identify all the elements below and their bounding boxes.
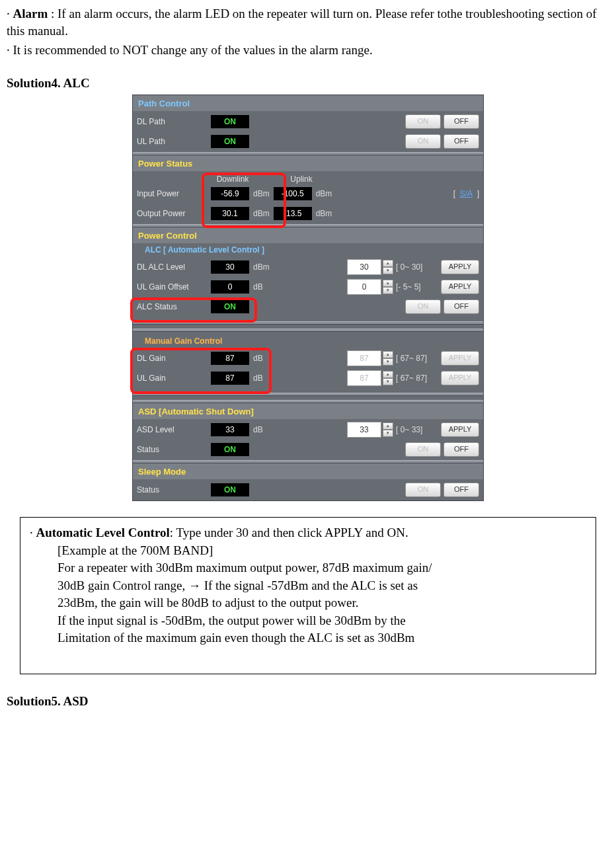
- alc-box-line6: Limitation of the maximum gain even thou…: [58, 629, 586, 647]
- ul-offset-apply-button[interactable]: APPLY: [441, 280, 479, 294]
- alc-box-line3: 30dB gain Control range, → If the signal…: [58, 577, 586, 595]
- alc-explanation-box: · Automatic Level Control: Type under 30…: [20, 517, 596, 674]
- dl-alc-label: DL ALC Level: [137, 262, 210, 272]
- dl-path-value: ON: [211, 115, 249, 128]
- asd-status-label: Status: [137, 445, 210, 454]
- ul-gain-row: UL Gain 87 dB ▴▾ [ 67~ 87] APPLY: [133, 368, 483, 388]
- ul-path-row: UL Path ON ON OFF: [133, 132, 483, 151]
- asd-level-row: ASD Level 33 dB ▴▾ [ 0~ 33] APPLY: [133, 420, 483, 440]
- dl-path-off-button[interactable]: OFF: [443, 114, 479, 129]
- alc-lead-bold: Automatic Level Control: [36, 526, 170, 539]
- asd-level-value: 33: [211, 423, 249, 436]
- dl-alc-spinner[interactable]: ▴▾: [383, 260, 393, 274]
- power-status-columns: Downlink Uplink: [133, 172, 483, 184]
- control-panel: Path Control DL Path ON ON OFF UL Path O…: [132, 95, 484, 501]
- asd-off-button[interactable]: OFF: [443, 442, 479, 457]
- alc-status-value: ON: [211, 300, 249, 313]
- dl-gain-input[interactable]: [347, 350, 381, 366]
- alc-box-line5: If the input signal is -50dBm, the outpu…: [58, 612, 586, 630]
- ul-gain-range: [ 67~ 87]: [396, 374, 438, 383]
- asd-level-spinner[interactable]: ▴▾: [383, 422, 393, 437]
- ul-offset-range: [- 5~ 5]: [396, 282, 438, 292]
- dl-path-on-button[interactable]: ON: [405, 114, 441, 129]
- asd-header: ASD [Automatic Shut Down]: [133, 403, 483, 419]
- ul-path-off-button[interactable]: OFF: [443, 134, 479, 149]
- output-power-ul: -13.5: [274, 207, 312, 220]
- dl-gain-row: DL Gain 87 dB ▴▾ [ 67~ 87] APPLY: [133, 348, 483, 368]
- ul-gain-input[interactable]: [347, 370, 381, 386]
- dl-gain-range: [ 67~ 87]: [396, 354, 438, 363]
- dl-gain-label: DL Gain: [137, 354, 210, 363]
- ul-path-value: ON: [211, 135, 249, 148]
- alc-lead-rest: : Type under 30 and then click APPLY and…: [170, 526, 408, 539]
- dl-gain-spinner[interactable]: ▴▾: [383, 351, 393, 366]
- input-power-ul: -100.5: [274, 187, 312, 200]
- output-power-dl: 30.1: [211, 207, 249, 220]
- sleep-mode-header: Sleep Mode: [133, 463, 483, 479]
- dl-gain-apply-button[interactable]: APPLY: [441, 351, 479, 366]
- col-downlink: Downlink: [210, 175, 256, 184]
- dl-alc-row: DL ALC Level 30 dBm ▴▾ [ 0~ 30] APPLY: [133, 257, 483, 277]
- output-power-label: Output Power: [137, 209, 210, 218]
- col-uplink: Uplink: [278, 175, 325, 184]
- solution5-heading: Solution5. ASD: [7, 694, 609, 709]
- ul-gain-label: UL Gain: [137, 374, 210, 383]
- alc-status-label: ALC Status: [137, 302, 210, 311]
- ul-offset-input[interactable]: [347, 279, 381, 295]
- ul-path-on-button[interactable]: ON: [405, 134, 441, 149]
- asd-level-input[interactable]: [347, 422, 381, 438]
- alarm-label: Alarm: [13, 7, 48, 20]
- asd-apply-button[interactable]: APPLY: [441, 422, 479, 437]
- alc-box-line4: 23dBm, the gain will be 80dB to adjust t…: [58, 594, 586, 612]
- asd-status-value: ON: [211, 443, 249, 456]
- input-power-row: Input Power -56.9 dBm -100.5 dBm [ S/A ]: [133, 184, 483, 204]
- power-status-header: Power Status: [133, 155, 483, 171]
- ul-offset-row: UL Gain Offset 0 dB ▴▾ [- 5~ 5] APPLY: [133, 277, 483, 297]
- output-power-row: Output Power 30.1 dBm -13.5 dBm: [133, 204, 483, 223]
- dl-path-label: DL Path: [137, 117, 210, 126]
- manual-gain-header: Manual Gain Control: [133, 333, 483, 348]
- alc-box-line1: [Example at the 700M BAND]: [58, 542, 586, 560]
- ui-screenshot: Path Control DL Path ON ON OFF UL Path O…: [7, 95, 609, 501]
- path-control-header: Path Control: [133, 95, 483, 111]
- intro-line-2: · It is recommended to NOT change any of…: [7, 42, 609, 59]
- dl-alc-apply-button[interactable]: APPLY: [441, 260, 479, 274]
- input-power-label: Input Power: [137, 189, 210, 198]
- asd-on-button[interactable]: ON: [405, 442, 441, 457]
- sleep-status-row: Status ON ON OFF: [133, 480, 483, 500]
- ul-offset-spinner[interactable]: ▴▾: [383, 280, 393, 294]
- ul-offset-label: UL Gain Offset: [137, 282, 210, 292]
- dl-alc-value: 30: [211, 260, 249, 274]
- sleep-status-label: Status: [137, 485, 210, 494]
- ul-gain-spinner[interactable]: ▴▾: [383, 371, 393, 385]
- intro-alarm-line: · Alarm : If an alarm occurs, the alarm …: [7, 5, 609, 39]
- alc-status-row: ALC Status ON ON OFF: [133, 297, 483, 317]
- solution4-heading: Solution4. ALC: [7, 76, 609, 91]
- sleep-off-button[interactable]: OFF: [443, 483, 479, 497]
- sa-link[interactable]: S/A: [460, 189, 473, 198]
- dl-alc-range: [ 0~ 30]: [396, 262, 438, 272]
- dl-gain-value: 87: [211, 352, 249, 365]
- asd-level-range: [ 0~ 33]: [396, 425, 438, 434]
- alc-status-on-button[interactable]: ON: [405, 299, 441, 314]
- dl-alc-input[interactable]: [347, 259, 381, 275]
- asd-level-label: ASD Level: [137, 425, 210, 434]
- ul-gain-apply-button[interactable]: APPLY: [441, 371, 479, 385]
- alc-box-line2: For a repeater with 30dBm maximum output…: [58, 559, 586, 577]
- sleep-on-button[interactable]: ON: [405, 483, 441, 497]
- ul-gain-value: 87: [211, 372, 249, 385]
- asd-status-row: Status ON ON OFF: [133, 440, 483, 459]
- sleep-status-value: ON: [211, 483, 249, 496]
- alarm-rest: : If an alarm occurs, the alarm LED on t…: [7, 7, 597, 38]
- ul-offset-value: 0: [211, 280, 249, 294]
- power-control-header: Power Control: [133, 227, 483, 243]
- input-power-dl: -56.9: [211, 187, 249, 200]
- alc-status-off-button[interactable]: OFF: [443, 299, 479, 314]
- unit-dbm: dBm: [253, 189, 270, 198]
- ul-path-label: UL Path: [137, 137, 210, 146]
- dl-path-row: DL Path ON ON OFF: [133, 112, 483, 132]
- alc-subheader: ALC [ Automatic Level Control ]: [133, 244, 483, 257]
